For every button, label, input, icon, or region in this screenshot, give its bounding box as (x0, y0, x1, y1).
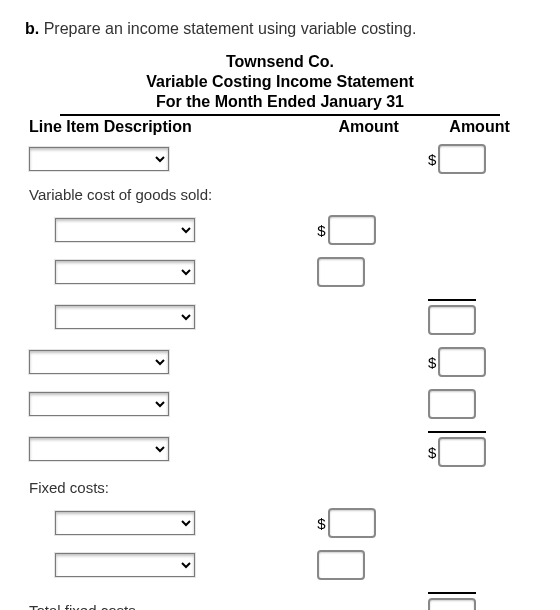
statement-period: For the Month Ended January 31 (60, 92, 500, 112)
dollar-sign: $ (428, 444, 436, 461)
amount-input[interactable] (328, 508, 376, 538)
col-amount-2: Amount (424, 116, 535, 138)
col-desc: Line Item Description (25, 116, 313, 138)
row-fixed-label: Fixed costs: (25, 473, 535, 502)
amount-input[interactable] (428, 305, 476, 335)
amount-input[interactable] (328, 215, 376, 245)
row-fixed-1: $ (25, 502, 535, 544)
statement-title: Variable Costing Income Statement (60, 72, 500, 92)
line-item-select[interactable] (55, 218, 195, 242)
question-text: Prepare an income statement using variab… (44, 20, 417, 37)
row-vcogs-total (25, 293, 535, 341)
row-contrib-margin: $ (25, 425, 535, 473)
row-vcogs-1: $ (25, 209, 535, 251)
amount-input[interactable] (317, 257, 365, 287)
row-manuf-margin: $ (25, 341, 535, 383)
fixed-label: Fixed costs: (25, 473, 535, 502)
row-total-fixed: Total fixed costs (25, 586, 535, 610)
statement-table: Line Item Description Amount Amount $ Va… (25, 116, 535, 610)
question-letter: b. (25, 20, 39, 37)
dollar-sign: $ (428, 354, 436, 371)
line-item-select[interactable] (29, 392, 169, 416)
amount-input[interactable] (428, 389, 476, 419)
amount-input[interactable] (317, 550, 365, 580)
col-amount-1: Amount (313, 116, 424, 138)
vcogs-label: Variable cost of goods sold: (25, 180, 535, 209)
row-var-sell (25, 383, 535, 425)
row-fixed-2 (25, 544, 535, 586)
amount-input[interactable] (438, 144, 486, 174)
company-name: Townsend Co. (60, 52, 500, 72)
question-prompt: b. Prepare an income statement using var… (25, 20, 535, 38)
line-item-select[interactable] (55, 553, 195, 577)
line-item-select[interactable] (55, 305, 195, 329)
amount-input[interactable] (438, 347, 486, 377)
statement-header: Townsend Co. Variable Costing Income Sta… (60, 52, 500, 116)
column-header-row: Line Item Description Amount Amount (25, 116, 535, 138)
line-item-select[interactable] (29, 437, 169, 461)
row-vcogs-label: Variable cost of goods sold: (25, 180, 535, 209)
dollar-sign: $ (428, 151, 436, 168)
line-item-select[interactable] (29, 147, 169, 171)
line-item-select[interactable] (55, 511, 195, 535)
totalfixed-label: Total fixed costs (25, 586, 313, 610)
amount-input[interactable] (438, 437, 486, 467)
row-sales: $ (25, 138, 535, 180)
amount-input[interactable] (428, 598, 476, 610)
line-item-select[interactable] (55, 260, 195, 284)
dollar-sign: $ (317, 222, 325, 239)
row-vcogs-2 (25, 251, 535, 293)
dollar-sign: $ (317, 515, 325, 532)
line-item-select[interactable] (29, 350, 169, 374)
